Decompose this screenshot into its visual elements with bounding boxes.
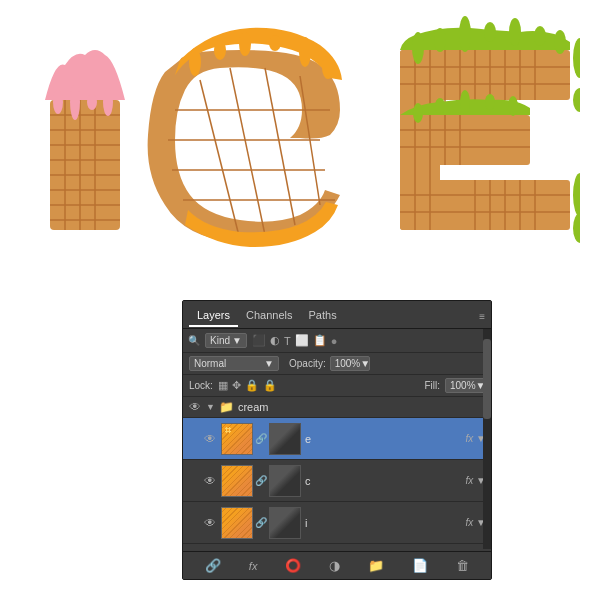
svg-point-29 (322, 55, 334, 79)
panel-toolbar: 🔗 fx ⭕ ◑ 📁 📄 🗑 (183, 551, 491, 579)
layer-i[interactable]: 👁 🔗 i fx ▼ (183, 502, 491, 544)
layer-i-thumb (221, 507, 253, 539)
blend-mode-row: Normal ▼ Opacity: 100% ▼ (183, 353, 491, 375)
lock-transparent-icon[interactable]: ▦ (218, 379, 228, 392)
layer-e[interactable]: 👁 🔗 e fx ▼ (183, 418, 491, 460)
svg-point-12 (53, 90, 63, 114)
scrollbar-thumb[interactable] (483, 339, 491, 419)
svg-point-67 (573, 88, 580, 112)
layer-c-mask (269, 465, 301, 497)
layers-panel: Layers Channels Paths ≡ 🔍 Kind ▼ ⬛ ◐ T ⬜… (182, 300, 492, 580)
svg-rect-0 (50, 100, 120, 230)
svg-point-26 (239, 32, 251, 56)
svg-point-15 (103, 88, 113, 116)
lock-label: Lock: (189, 380, 213, 391)
layer-c-thumb (221, 465, 253, 497)
svg-point-59 (534, 26, 546, 46)
svg-line-22 (265, 68, 295, 225)
ice-illustration (0, 0, 600, 280)
group-name: cream (238, 401, 269, 413)
link-layers-button[interactable]: 🔗 (205, 558, 221, 573)
lock-position-icon[interactable]: 🔒 (245, 379, 259, 392)
fill-label: Fill: (424, 380, 440, 391)
add-mask-button[interactable]: ⭕ (285, 558, 301, 573)
group-collapse-icon[interactable]: ▼ (206, 402, 215, 412)
layer-i-name: i (305, 517, 462, 529)
layer-e-thumb (221, 423, 253, 455)
opacity-label: Opacity: (289, 358, 326, 369)
filter-type-icon[interactable]: T (284, 335, 291, 347)
opacity-input[interactable]: 100% ▼ (330, 356, 370, 371)
svg-line-21 (230, 68, 265, 235)
svg-point-64 (485, 94, 495, 110)
svg-point-65 (508, 96, 518, 116)
group-visibility-icon[interactable]: 👁 (188, 400, 202, 414)
svg-point-55 (434, 28, 446, 52)
filter-smart-icon[interactable]: 📋 (313, 334, 327, 347)
svg-point-13 (70, 84, 80, 120)
lock-icons: ▦ ✥ 🔒 🔒 (218, 379, 277, 392)
svg-point-28 (299, 37, 311, 67)
layer-e-name: e (305, 433, 462, 445)
layer-i-visibility[interactable]: 👁 (203, 516, 217, 530)
kind-selector[interactable]: Kind ▼ (205, 333, 247, 348)
new-fill-button[interactable]: ◑ (329, 558, 340, 573)
layer-c-chain-icon: 🔗 (255, 475, 267, 486)
filter-icons: ⬛ ◐ T ⬜ 📋 ● (252, 334, 337, 347)
svg-point-54 (412, 32, 424, 64)
svg-point-61 (413, 103, 423, 123)
layer-e-visibility[interactable]: 👁 (203, 432, 217, 446)
filter-adjust-icon[interactable]: ◐ (270, 334, 280, 347)
layer-e-mask (269, 423, 301, 455)
filter-pixel-icon[interactable]: ⬛ (252, 334, 266, 347)
svg-point-62 (435, 98, 445, 114)
search-icon: 🔍 (188, 335, 200, 346)
svg-point-69 (573, 213, 580, 243)
svg-rect-33 (400, 50, 440, 230)
lock-row: Lock: ▦ ✥ 🔒 🔒 Fill: 100% ▼ (183, 375, 491, 397)
new-layer-button[interactable]: 📄 (412, 558, 428, 573)
layer-c-name: c (305, 475, 462, 487)
filter-toggle[interactable]: ● (331, 335, 338, 347)
tab-paths[interactable]: Paths (301, 307, 345, 327)
tab-channels[interactable]: Channels (238, 307, 300, 327)
svg-point-24 (189, 48, 201, 76)
layer-i-mask (269, 507, 301, 539)
layer-c-thumbs: 🔗 (221, 465, 301, 497)
group-folder-icon: 📁 (219, 400, 234, 414)
layer-c[interactable]: 👁 🔗 c fx ▼ (183, 460, 491, 502)
filter-bar: 🔍 Kind ▼ ⬛ ◐ T ⬜ 📋 ● (183, 329, 491, 353)
layer-e-chain-icon: 🔗 (255, 433, 267, 444)
layer-c-visibility[interactable]: 👁 (203, 474, 217, 488)
layer-group-cream[interactable]: 👁 ▼ 📁 cream (183, 397, 491, 418)
lock-all-icon[interactable]: 🔒 (263, 379, 277, 392)
add-style-button[interactable]: fx (249, 560, 258, 572)
layer-e-thumbs: 🔗 (221, 423, 301, 455)
filter-shape-icon[interactable]: ⬜ (295, 334, 309, 347)
blend-mode-selector[interactable]: Normal ▼ (189, 356, 279, 371)
svg-point-14 (87, 94, 97, 110)
svg-point-25 (214, 40, 226, 60)
panel-scrollbar[interactable] (483, 329, 491, 549)
new-group-button[interactable]: 📁 (368, 558, 384, 573)
layer-i-chain-icon: 🔗 (255, 517, 267, 528)
layer-i-thumbs: 🔗 (221, 507, 301, 539)
tab-layers[interactable]: Layers (189, 307, 238, 327)
panel-tabs: Layers Channels Paths ≡ (183, 301, 491, 329)
svg-point-58 (509, 18, 521, 46)
svg-point-60 (554, 30, 566, 54)
svg-point-63 (460, 90, 470, 114)
delete-layer-button[interactable]: 🗑 (456, 558, 469, 573)
fill-input[interactable]: 100% ▼ (445, 378, 485, 393)
svg-point-27 (269, 35, 281, 51)
lock-paint-icon[interactable]: ✥ (232, 379, 241, 392)
svg-point-66 (573, 38, 580, 78)
svg-point-57 (484, 22, 496, 42)
panel-menu-icon[interactable]: ≡ (479, 311, 485, 322)
svg-point-68 (573, 173, 580, 217)
svg-point-56 (459, 16, 471, 52)
